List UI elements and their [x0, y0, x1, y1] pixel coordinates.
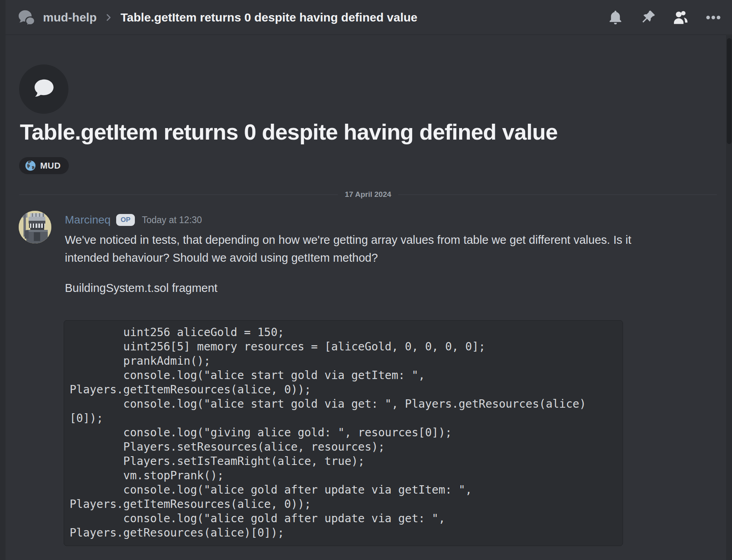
message-timestamp: Today at 12:30	[142, 215, 202, 226]
post-default-avatar	[19, 64, 68, 114]
breadcrumb-channel[interactable]: mud-help	[43, 11, 97, 24]
avatar[interactable]	[19, 211, 51, 243]
date-divider-label: 17 April 2024	[338, 190, 399, 199]
member-list-icon[interactable]	[672, 9, 689, 26]
message-fragment-label: BuildingSystem.t.sol fragment	[65, 279, 674, 297]
thread-header: mud-help Table.getItem returns 0 despite…	[6, 0, 732, 35]
more-options-icon[interactable]	[705, 9, 722, 26]
code-content: uint256 aliceGold = 150; uint256[5] memo…	[70, 325, 617, 540]
date-divider: 17 April 2024	[19, 190, 717, 199]
pixel-knight-avatar-image	[19, 211, 51, 243]
chat-bubble-icon	[31, 77, 56, 101]
breadcrumb-thread-title: Table.getItem returns 0 despite having d…	[121, 11, 417, 24]
op-badge: OP	[116, 214, 135, 226]
scrollbar-thumb[interactable]	[727, 38, 732, 144]
header-actions	[607, 9, 722, 26]
chevron-right-icon	[103, 12, 114, 23]
forum-tag-mud: MUD	[19, 157, 69, 174]
divider-line	[398, 194, 717, 195]
forum-channel-icon	[18, 8, 36, 27]
globe-icon	[25, 160, 36, 171]
divider-line	[19, 194, 338, 195]
message-header: Marcineq OP Today at 12:30	[65, 213, 202, 227]
forum-tag-label: MUD	[40, 161, 61, 171]
pinned-messages-icon[interactable]	[640, 9, 656, 26]
post-title: Table.getItem returns 0 despite having d…	[20, 119, 704, 146]
code-block: uint256 aliceGold = 150; uint256[5] memo…	[64, 320, 623, 546]
notifications-bell-icon[interactable]	[607, 9, 624, 26]
forum-thread-view: mud-help Table.getItem returns 0 despite…	[0, 0, 732, 560]
message-text: We've noticed in tests, that depending o…	[65, 231, 674, 267]
sidebar-edge	[0, 0, 6, 560]
message-author[interactable]: Marcineq	[65, 214, 111, 226]
